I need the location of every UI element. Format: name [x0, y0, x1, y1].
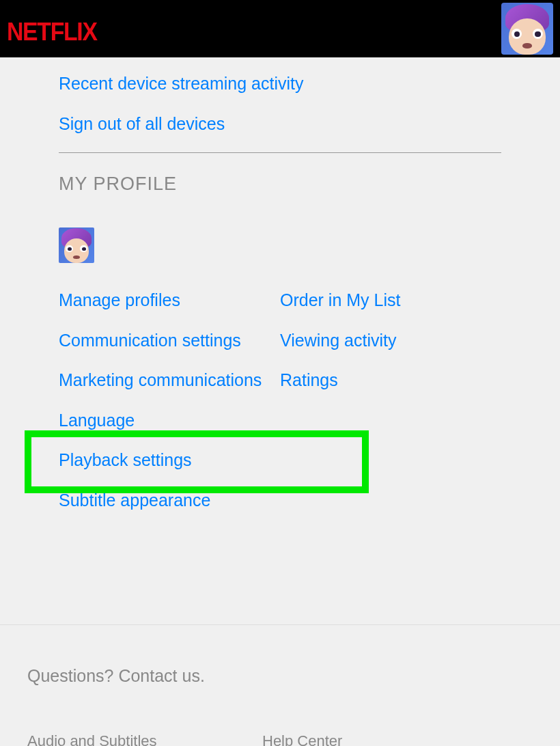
recent-device-activity-link[interactable]: Recent device streaming activity — [59, 72, 501, 95]
manage-profiles-link[interactable]: Manage profiles — [59, 289, 280, 312]
settings-content: Recent device streaming activity Sign ou… — [0, 57, 560, 556]
audio-subtitles-link[interactable]: Audio and Subtitles — [27, 732, 262, 746]
profile-avatar-small[interactable] — [59, 227, 94, 263]
order-my-list-link[interactable]: Order in My List — [280, 289, 400, 312]
profile-links-right-column: Order in My List Viewing activity Rating… — [280, 289, 400, 529]
netflix-logo[interactable]: NETFLIX — [7, 10, 143, 47]
marketing-communications-link[interactable]: Marketing communications — [59, 369, 280, 391]
profile-avatar-header[interactable] — [501, 3, 553, 55]
footer: Questions? Contact us. Audio and Subtitl… — [0, 625, 560, 746]
footer-links-row: Audio and Subtitles Help Center — [27, 732, 533, 746]
communication-settings-link[interactable]: Communication settings — [59, 329, 280, 352]
my-profile-heading: MY PROFILE — [59, 174, 501, 195]
ratings-link[interactable]: Ratings — [280, 369, 400, 391]
viewing-activity-link[interactable]: Viewing activity — [280, 329, 400, 352]
footer-contact-text[interactable]: Questions? Contact us. — [27, 666, 533, 686]
subtitle-appearance-link[interactable]: Subtitle appearance — [59, 489, 280, 512]
playback-settings-link[interactable]: Playback settings — [59, 449, 280, 471]
svg-text:NETFLIX: NETFLIX — [7, 17, 98, 46]
header-bar: NETFLIX — [0, 0, 560, 57]
language-link[interactable]: Language — [59, 409, 280, 432]
help-center-link[interactable]: Help Center — [262, 732, 497, 746]
sign-out-all-devices-link[interactable]: Sign out of all devices — [59, 113, 501, 135]
section-divider — [59, 152, 501, 153]
profile-links-grid: Manage profiles Communication settings M… — [59, 289, 501, 529]
profile-links-left-column: Manage profiles Communication settings M… — [59, 289, 280, 529]
